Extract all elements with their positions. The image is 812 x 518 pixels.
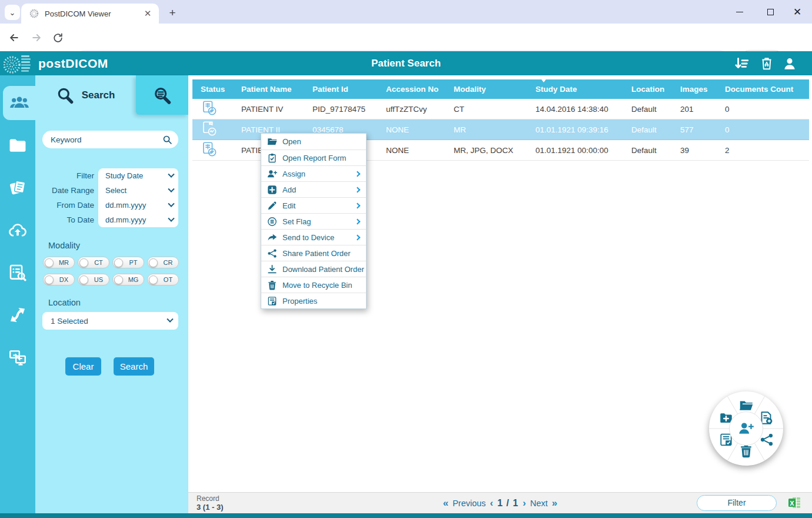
modality-toggle-ot[interactable]: OT xyxy=(147,274,179,285)
modality-toggles: MRCTPTCRDXUSMGOT xyxy=(43,257,182,285)
window-minimize-button[interactable] xyxy=(730,4,750,20)
column-header-accession-no[interactable]: Accession No xyxy=(386,85,454,94)
modality-toggle-mr[interactable]: MR xyxy=(43,257,75,268)
cell-accession-no: uffTzZTCvy xyxy=(386,105,454,114)
sidebar-item-network-devices[interactable] xyxy=(0,340,35,374)
previous-button[interactable]: Previous xyxy=(452,499,485,508)
keyword-input[interactable] xyxy=(51,135,162,144)
last-page-icon[interactable]: » xyxy=(552,497,557,509)
location-select[interactable]: 1 Selected xyxy=(42,312,178,330)
page-indicator: 1 / 1 xyxy=(497,498,518,509)
menu-item-add[interactable]: Add xyxy=(261,181,366,197)
menu-item-assign[interactable]: Assign xyxy=(261,165,366,181)
menu-item-set-flag[interactable]: Set Flag xyxy=(261,213,366,229)
menu-item-label: Move to Recycle Bin xyxy=(282,281,361,290)
submenu-arrow-icon xyxy=(355,234,361,240)
next-button[interactable]: Next xyxy=(530,499,548,508)
order-status-icon xyxy=(201,121,218,137)
radial-center-assign-button[interactable] xyxy=(729,411,763,446)
menu-item-move-to-recycle-bin[interactable]: Move to Recycle Bin xyxy=(261,277,366,293)
advanced-search-icon xyxy=(152,85,172,105)
cell-documents-count: 2 xyxy=(725,146,809,155)
column-header-patient-id[interactable]: Patient Id xyxy=(312,85,386,94)
prev-page-icon[interactable]: ‹ xyxy=(490,497,494,509)
column-header-status[interactable]: Status xyxy=(201,85,241,94)
assign-user-icon xyxy=(738,421,754,436)
filter-select-from-date[interactable]: dd.mm.yyyy xyxy=(98,198,178,212)
menu-item-download-patient-order[interactable]: Download Patient Order xyxy=(261,261,366,277)
new-tab-button[interactable]: + xyxy=(165,5,180,21)
column-header-images[interactable]: Images xyxy=(680,85,725,94)
send-icon xyxy=(267,233,277,243)
sidebar-item-folder[interactable] xyxy=(0,128,35,162)
keyword-search-icon[interactable] xyxy=(162,135,172,145)
tab-search-button[interactable]: ⌄ xyxy=(5,5,20,20)
filter-select-filter[interactable]: Study Date xyxy=(98,168,178,183)
back-icon[interactable] xyxy=(7,31,21,45)
first-page-icon[interactable]: « xyxy=(443,497,448,509)
clear-button[interactable]: Clear xyxy=(65,357,101,376)
modality-toggle-cr[interactable]: CR xyxy=(147,257,179,268)
modality-toggle-pt[interactable]: PT xyxy=(112,257,144,268)
column-header-patient-name[interactable]: Patient Name xyxy=(241,85,312,94)
sidebar-item-patients[interactable] xyxy=(3,86,35,120)
menu-item-edit[interactable]: Edit xyxy=(261,197,366,213)
search-button[interactable]: Search xyxy=(114,357,154,376)
radial-item-folder-open[interactable] xyxy=(739,399,753,413)
tab-close-icon[interactable]: ✕ xyxy=(142,8,153,19)
sidebar-item-cloud-upload[interactable] xyxy=(0,213,35,247)
menu-item-properties[interactable]: Properties xyxy=(261,293,366,308)
edit-pencil-icon xyxy=(267,201,277,211)
browser-tab[interactable]: PostDICOM Viewer ✕ xyxy=(21,4,159,24)
filter-row-label: From Date xyxy=(35,198,94,212)
filter-select-date-range[interactable]: Select xyxy=(98,183,178,198)
modality-label-text: MG xyxy=(123,276,144,283)
menu-item-open[interactable]: Open xyxy=(261,134,366,150)
modality-toggle-ct[interactable]: CT xyxy=(78,257,109,268)
user-account-icon[interactable] xyxy=(782,56,797,71)
modality-toggle-mg[interactable]: MG xyxy=(112,274,144,285)
column-header-documents-count[interactable]: Documents Count xyxy=(725,85,809,94)
favicon-brain-icon xyxy=(29,9,39,18)
next-page-icon[interactable]: › xyxy=(523,497,526,509)
modality-label-text: US xyxy=(88,276,109,283)
radial-item-trash[interactable] xyxy=(739,444,753,458)
sidebar-item-document-stack[interactable] xyxy=(0,171,35,205)
reload-icon[interactable] xyxy=(51,31,65,45)
add-plus-icon xyxy=(267,185,277,195)
column-header-study-date[interactable]: Study Date xyxy=(535,85,631,94)
chevron-down-icon xyxy=(168,200,174,207)
sidebar-item-list-search[interactable] xyxy=(0,255,35,290)
tab-advanced-search[interactable] xyxy=(136,75,188,115)
set-flag-icon xyxy=(267,217,277,227)
recycle-bin-icon[interactable] xyxy=(759,56,774,71)
table-row[interactable]: PATIENT IV PID_97178475 uffTzZTCvy CT 14… xyxy=(192,99,809,119)
window-maximize-button[interactable] xyxy=(760,4,780,20)
menu-item-send-to-device[interactable]: Send to Device xyxy=(261,229,366,245)
menu-item-share-patient-order[interactable]: Share Patient Order xyxy=(261,245,366,261)
export-excel-icon[interactable]: X xyxy=(787,496,801,510)
tab-basic-search[interactable]: Search xyxy=(35,75,135,115)
menu-item-open-report-form[interactable]: Open Report Form xyxy=(261,150,366,165)
chevron-down-icon xyxy=(167,316,173,323)
chevron-down-icon xyxy=(168,171,174,177)
window-close-button[interactable]: ✕ xyxy=(787,4,807,20)
table-header[interactable]: StatusPatient NamePatient IdAccession No… xyxy=(192,79,809,99)
toggle-knob xyxy=(79,275,88,284)
browser-titlebar: ⌄ PostDICOM Viewer ✕ + ✕ xyxy=(0,0,812,24)
filter-row-label: To Date xyxy=(35,212,94,227)
sidebar-item-sync-arrows[interactable] xyxy=(0,298,35,332)
menu-item-label: Send to Device xyxy=(282,233,355,242)
column-header-location[interactable]: Location xyxy=(631,85,680,94)
filter-select-to-date[interactable]: dd.mm.yyyy xyxy=(98,212,178,227)
assign-user-icon xyxy=(267,169,277,179)
filter-input[interactable]: Filter xyxy=(697,495,777,511)
column-header-modality[interactable]: Modality xyxy=(454,85,535,94)
sort-order-icon[interactable] xyxy=(734,56,749,71)
modality-toggle-us[interactable]: US xyxy=(78,274,109,285)
cell-location: Default xyxy=(631,105,680,114)
filter-selects: Study DateSelectdd.mm.yyyydd.mm.yyyy xyxy=(98,168,178,227)
forward-icon[interactable] xyxy=(29,31,44,45)
modality-toggle-dx[interactable]: DX xyxy=(43,274,75,285)
cell-images: 577 xyxy=(680,125,725,134)
